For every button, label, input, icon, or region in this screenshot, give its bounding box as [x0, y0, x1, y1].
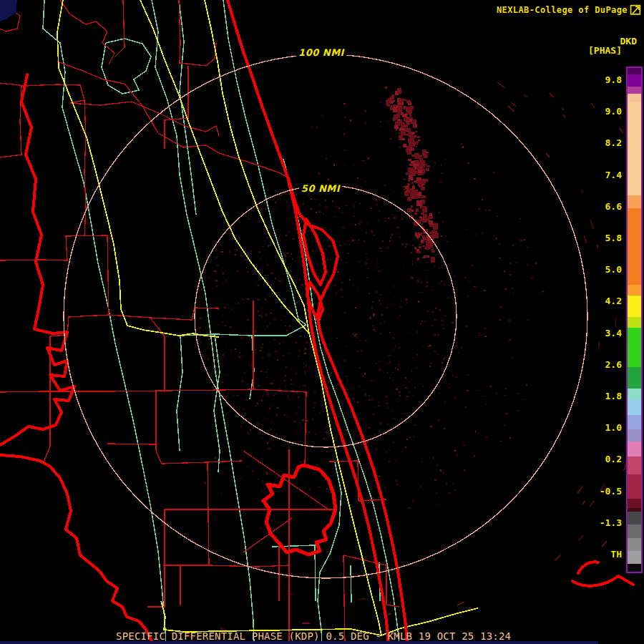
colorbar-tick-label: 5.0 [579, 264, 622, 275]
radar-echo-layer [187, 50, 640, 638]
colorbar-segment [628, 551, 641, 564]
range-rings-layer [64, 54, 587, 578]
colorbar-segment [628, 317, 641, 328]
coastline-layer [0, 0, 633, 644]
colorbar-segment [628, 328, 641, 367]
colorbar-tick-label: 3.4 [579, 328, 622, 338]
colorbar-tick-label: 6.6 [579, 201, 622, 212]
colorbar-segment [628, 415, 641, 429]
colorbar-tick-label: 9.8 [579, 74, 622, 85]
box-diagonal-arrow-icon [630, 4, 642, 16]
colorbar-segment [628, 74, 641, 87]
colorbar-tick-label: 2.6 [579, 359, 622, 370]
colorbar-segment [628, 474, 641, 499]
colorbar [626, 67, 643, 573]
colorbar-tick-label: TH [579, 549, 622, 560]
colorbar-segment [628, 429, 641, 441]
range-ring-label: 100 NMI [296, 47, 346, 58]
colorbar-segment [628, 285, 641, 296]
colorbar-tick-label: 8.2 [579, 137, 622, 148]
colorbar-segment [628, 389, 641, 399]
colorbar-tick-label: 1.0 [579, 422, 622, 433]
colorbar-segment [628, 296, 641, 317]
product-units-label: [PHAS] [588, 45, 622, 56]
page-title: NEXLAB-College of DuPage [497, 5, 628, 15]
colorbar-segment [628, 94, 641, 102]
product-id-label: DKD [620, 36, 637, 47]
colorbar-tick-label: 9.0 [579, 106, 622, 117]
colorbar-segment [628, 399, 641, 415]
colorbar-segment [628, 525, 641, 538]
roads-teal-layer [43, 0, 399, 644]
colorbar-segment [628, 208, 641, 285]
county-borders-layer [0, 0, 399, 644]
colorbar-tick-label: -1.3 [579, 517, 622, 528]
colorbar-segment [628, 512, 641, 525]
range-ring-label: 50 NMI [299, 183, 342, 194]
colorbar-tick-label: 7.4 [579, 170, 622, 180]
colorbar-segment [628, 457, 641, 474]
colorbar-segment [628, 195, 641, 208]
colorbar-tick-label: -0.5 [579, 486, 622, 497]
colorbar-segment [628, 441, 641, 457]
highways-layer [57, 0, 478, 635]
colorbar-tick-label: 4.2 [579, 296, 622, 306]
colorbar-segment [628, 538, 641, 551]
colorbar-tick-label: 0.2 [579, 454, 622, 464]
colorbar-segment [628, 499, 641, 508]
corner-border-patch [0, 0, 29, 36]
colorbar-segment [628, 87, 641, 94]
colorbar-segment [628, 102, 641, 195]
radar-display-screen: NEXLAB-College of DuPage DKD [PHAS] 9.89… [0, 0, 644, 644]
colorbar-tick-label: 5.8 [579, 233, 622, 243]
product-caption: SPECIFIC DIFFERENTIAL PHASE (KDP) 0.5 DE… [116, 630, 511, 642]
colorbar-segment [628, 68, 641, 74]
colorbar-tick-label: 1.8 [579, 391, 622, 401]
radar-map-canvas [0, 0, 644, 644]
colorbar-segment [628, 564, 641, 572]
colorbar-segment [628, 367, 641, 389]
